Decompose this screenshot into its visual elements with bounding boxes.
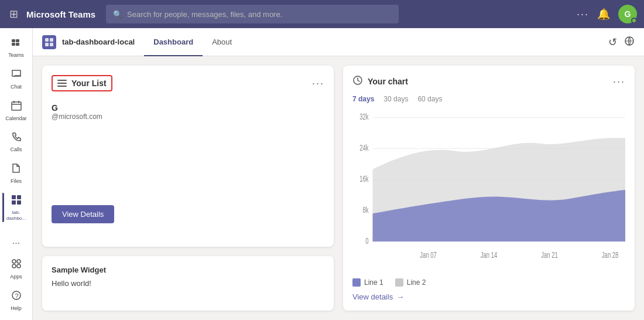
calls-label: Calls xyxy=(10,147,22,153)
svg-point-10 xyxy=(17,260,20,263)
teams-icon xyxy=(11,36,22,51)
teams-label: Teams xyxy=(8,52,24,59)
avatar[interactable]: G xyxy=(618,5,637,23)
tab-dashboard-label: tab-dashbo... xyxy=(5,210,28,221)
tabbar-actions: ↺ xyxy=(608,36,635,49)
search-input[interactable] xyxy=(127,10,392,19)
tabbar-app-name: tab-dashboard-local xyxy=(62,38,135,46)
chart-clock-icon xyxy=(352,75,363,88)
view-details-arrow: → xyxy=(396,292,404,301)
view-details-button[interactable]: View Details xyxy=(52,205,114,223)
svg-text:0: 0 xyxy=(365,236,369,246)
sidebar-item-chat[interactable]: Chat xyxy=(2,64,30,94)
chart-legend: Line 1 Line 2 xyxy=(352,278,625,287)
your-list-title: Your List xyxy=(71,79,107,88)
svg-rect-18 xyxy=(50,43,53,46)
notification-icon[interactable]: 🔔 xyxy=(597,8,610,21)
more-options-icon[interactable]: ··· xyxy=(577,8,589,21)
svg-rect-7 xyxy=(12,200,16,205)
main-layout: Teams Chat Calendar xyxy=(0,28,644,320)
svg-text:Jan 07: Jan 07 xyxy=(420,250,436,260)
your-list-card: Your List ··· G @microsoft.com View Deta… xyxy=(42,66,334,247)
app-title: Microsoft Teams xyxy=(26,9,95,19)
legend-item-line1: Line 1 xyxy=(352,278,383,287)
content-area: tab-dashboard-local Dashboard About ↺ xyxy=(33,28,644,320)
avatar-status xyxy=(631,18,637,23)
topbar-actions: ··· 🔔 G xyxy=(577,5,637,23)
sample-widget-card: Sample Widget Hello world! xyxy=(42,256,334,311)
sidebar-item-files[interactable]: Files xyxy=(2,159,30,188)
list-item-name: G xyxy=(52,103,324,113)
chart-container: 32k 24k 16k 8k 0 Jan 07 Jan 14 Jan 21 xyxy=(352,110,625,273)
page-content: Your List ··· G @microsoft.com View Deta… xyxy=(33,56,644,320)
chart-view-details[interactable]: View details → xyxy=(352,292,625,301)
svg-text:32k: 32k xyxy=(359,113,368,122)
svg-point-12 xyxy=(17,264,20,268)
apps-label: Apps xyxy=(10,274,22,280)
apps-icon xyxy=(11,258,22,273)
your-list-title-box: Your List xyxy=(52,75,112,91)
svg-text:Jan 14: Jan 14 xyxy=(481,250,498,260)
svg-rect-3 xyxy=(16,43,19,46)
chart-time-filters: 7 days 30 days 60 days xyxy=(352,95,625,103)
search-bar[interactable]: 🔍 xyxy=(106,5,399,23)
topbar: ⊞ Microsoft Teams 🔍 ··· 🔔 G xyxy=(0,0,644,28)
svg-text:?: ? xyxy=(15,292,18,299)
sidebar-more-icon[interactable]: ··· xyxy=(9,234,23,252)
help-icon: ? xyxy=(11,290,22,304)
chart-title-area: Your chart xyxy=(352,75,408,88)
svg-text:Jan 28: Jan 28 xyxy=(602,250,619,260)
svg-rect-17 xyxy=(45,43,49,46)
calendar-label: Calendar xyxy=(5,115,27,122)
chat-icon xyxy=(11,68,22,83)
svg-text:24k: 24k xyxy=(359,143,368,152)
sidebar-item-tab-dashboard[interactable]: tab-dashbo... xyxy=(2,190,30,224)
sidebar-item-teams[interactable]: Teams xyxy=(2,33,30,62)
svg-text:16k: 16k xyxy=(359,174,368,183)
svg-point-11 xyxy=(12,264,16,268)
list-item: G @microsoft.com xyxy=(52,98,324,125)
legend-label-line1: Line 1 xyxy=(364,278,383,287)
time-filter-30days[interactable]: 30 days xyxy=(383,95,408,103)
chart-menu-icon[interactable]: ··· xyxy=(613,76,625,88)
tabbar: tab-dashboard-local Dashboard About ↺ xyxy=(33,28,644,56)
refresh-icon[interactable]: ↺ xyxy=(608,36,617,49)
your-list-card-header: Your List ··· xyxy=(52,75,324,91)
chart-svg: 32k 24k 16k 8k 0 Jan 07 Jan 14 Jan 21 xyxy=(352,110,625,273)
svg-text:Jan 21: Jan 21 xyxy=(541,250,558,260)
tab-dashboard-icon xyxy=(11,194,22,209)
list-item-email: @microsoft.com xyxy=(52,113,324,121)
svg-rect-15 xyxy=(45,38,49,42)
files-icon xyxy=(11,162,22,177)
svg-rect-4 xyxy=(12,102,21,110)
sidebar-item-calls[interactable]: Calls xyxy=(2,127,30,156)
legend-color-line1 xyxy=(352,278,361,287)
files-label: Files xyxy=(11,178,22,185)
svg-text:8k: 8k xyxy=(363,205,369,215)
tab-dashboard[interactable]: Dashboard xyxy=(144,28,203,56)
sidebar-item-calendar[interactable]: Calendar xyxy=(2,96,30,125)
search-icon: 🔍 xyxy=(113,10,122,19)
calls-icon xyxy=(11,131,22,145)
time-filter-7days[interactable]: 7 days xyxy=(352,95,374,103)
grid-icon[interactable]: ⊞ xyxy=(7,5,20,23)
tab-about[interactable]: About xyxy=(203,28,241,56)
legend-color-line2 xyxy=(395,278,403,287)
time-filter-60days[interactable]: 60 days xyxy=(417,95,442,103)
legend-label-line2: Line 2 xyxy=(407,278,426,287)
svg-rect-6 xyxy=(17,195,21,199)
globe-icon[interactable] xyxy=(624,36,635,49)
help-label: Help xyxy=(11,305,22,312)
hamburger-icon xyxy=(57,80,67,87)
sidebar: Teams Chat Calendar xyxy=(0,28,33,320)
your-list-menu-icon[interactable]: ··· xyxy=(312,77,324,90)
svg-rect-1 xyxy=(16,39,19,42)
your-chart-card: Your chart ··· 7 days 30 days 60 days xyxy=(343,66,635,311)
sidebar-item-apps[interactable]: Apps xyxy=(2,254,30,284)
tabbar-app-icon xyxy=(42,35,56,49)
svg-rect-5 xyxy=(12,195,16,199)
sidebar-item-help[interactable]: ? Help xyxy=(2,286,30,315)
chart-card-header: Your chart ··· xyxy=(352,75,625,88)
svg-rect-2 xyxy=(12,43,15,46)
legend-item-line2: Line 2 xyxy=(395,278,426,287)
